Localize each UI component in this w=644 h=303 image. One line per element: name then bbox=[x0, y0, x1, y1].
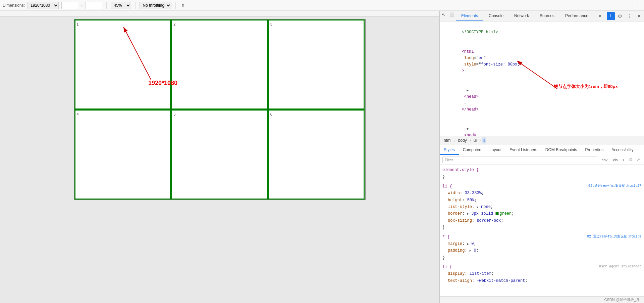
fullscreen-filter[interactable]: ⤢ bbox=[636, 157, 641, 163]
toolbar: Dimensions: 1920*1080 1366*768 Responsiv… bbox=[0, 0, 644, 11]
element-style-rule: element.style { } bbox=[440, 166, 644, 181]
breadcrumb-html[interactable]: html bbox=[442, 137, 453, 143]
source-html-tag[interactable]: <html lang="en" style="font-size: 80px;"… bbox=[440, 42, 644, 81]
settings-icon[interactable]: ⚙ bbox=[616, 12, 624, 20]
toolbar-right: ⋮ bbox=[635, 2, 641, 9]
star-padding-prop: padding: ▶ 0; bbox=[442, 247, 641, 254]
devtools-right-icons: 1 ⚙ ⋮ ✕ bbox=[607, 11, 644, 21]
width-input[interactable]: 1920 bbox=[61, 2, 78, 9]
sub-tab-computed[interactable]: Computed bbox=[459, 145, 485, 155]
li-rule-close: } bbox=[442, 224, 641, 231]
touch-icon[interactable]: ⇧ bbox=[180, 2, 186, 9]
zoom-select[interactable]: 45% 50% 75% 100% bbox=[111, 2, 131, 9]
li-rule-source[interactable]: 02.通过rem+fo…案设配.html:27 bbox=[588, 183, 641, 189]
ua-textalign-prop: text-align: -webkit-match-parent; bbox=[442, 277, 641, 284]
preview-cell-5: 5 bbox=[171, 110, 268, 200]
li-height-prop: height: 50%; bbox=[442, 197, 641, 204]
watermark: CSDN @邮子蛾收_斗 bbox=[440, 296, 644, 303]
more-devtools-icon[interactable]: ⋮ bbox=[626, 12, 634, 20]
plus-filter[interactable]: + bbox=[621, 157, 626, 163]
ruler-horizontal: // render ticks in JS below bbox=[0, 11, 439, 17]
main-container: // render ticks in JS below 1 2 3 4 bbox=[0, 11, 644, 303]
breadcrumb-sep1: › bbox=[454, 138, 455, 143]
star-rule-close: } bbox=[442, 254, 641, 261]
preview-cell-3: 3 bbox=[268, 19, 365, 110]
breadcrumb-li[interactable]: li bbox=[482, 137, 486, 143]
sub-tab-layout[interactable]: Layout bbox=[485, 145, 505, 155]
tab-performance[interactable]: Performance bbox=[560, 11, 594, 21]
css-rules: element.style { } 02.通过rem+fo…案设配.html:2… bbox=[440, 165, 644, 296]
html-source: <!DOCTYPE html> <html lang="en" style="f… bbox=[440, 21, 644, 136]
element-style-selector: element.style { bbox=[442, 167, 641, 173]
badge-icon[interactable]: 1 bbox=[607, 12, 615, 20]
preview-cell-4: 4 bbox=[74, 110, 171, 200]
hov-filter[interactable]: :hov bbox=[599, 157, 609, 163]
ua-label: user agent stylesheet bbox=[599, 264, 641, 269]
dimensions-select[interactable]: 1920*1080 1366*768 Responsive bbox=[28, 2, 59, 9]
close-devtools-icon[interactable]: ✕ bbox=[635, 12, 643, 20]
sub-tabs: Styles Computed Layout Event Listeners D… bbox=[440, 145, 644, 155]
preview-iframe: 1 2 3 4 5 6 bbox=[74, 19, 366, 200]
cell-number-2: 2 bbox=[173, 22, 175, 26]
li-width-prop: width: 33.333%; bbox=[442, 190, 641, 197]
separator-3 bbox=[175, 2, 176, 9]
filter-input[interactable] bbox=[442, 157, 597, 163]
li-border-prop: border: ▶ 3px solid green; bbox=[442, 210, 641, 217]
source-body[interactable]: ▼ <body style="font-size: 20px;" > bbox=[440, 120, 644, 136]
throttling-select[interactable]: No throttling Fast 3G Slow 3G Offline bbox=[140, 2, 171, 9]
cell-number-1: 1 bbox=[77, 22, 79, 26]
height-input[interactable]: 1080 bbox=[86, 2, 102, 9]
separator-1 bbox=[106, 2, 107, 9]
preview-cell-6: 6 bbox=[268, 110, 365, 200]
preview-cell-2: 2 bbox=[171, 19, 268, 110]
breadcrumb-body[interactable]: body bbox=[457, 137, 468, 143]
ua-display-prop: display: list-item; bbox=[442, 270, 641, 277]
tab-elements[interactable]: Elements bbox=[456, 11, 483, 21]
sub-tab-properties[interactable]: Properties bbox=[581, 145, 608, 155]
cell-number-3: 3 bbox=[270, 22, 272, 26]
devtools-panel: ↖ ⬜ Elements Console Network Sources Per… bbox=[439, 11, 644, 303]
filter-bar: :hov .cls + ⊡ ⤢ bbox=[440, 155, 644, 165]
expand-filter[interactable]: ⊡ bbox=[628, 157, 634, 163]
preview-cell-1: 1 bbox=[74, 19, 171, 110]
devtools-tabs: ↖ ⬜ Elements Console Network Sources Per… bbox=[440, 11, 644, 21]
star-margin-prop: margin: ▶ 0; bbox=[442, 241, 641, 247]
tab-network[interactable]: Network bbox=[509, 11, 534, 21]
star-rule-source[interactable]: 02.通过rem+fo…方案设配.html:9 bbox=[587, 234, 641, 240]
more-options-icon[interactable]: ⋮ bbox=[635, 2, 641, 9]
styles-panel: Styles Computed Layout Event Listeners D… bbox=[440, 145, 644, 296]
watermark-text: CSDN @邮子蛾收_斗 bbox=[604, 297, 640, 302]
cls-filter[interactable]: .cls bbox=[611, 157, 619, 163]
breadcrumb-sep2: › bbox=[470, 138, 471, 143]
device-icon[interactable]: ⬜ bbox=[448, 11, 456, 19]
ua-li-rule-header: user agent stylesheet li { bbox=[442, 264, 641, 270]
sub-tab-event-listeners[interactable]: Event Listeners bbox=[505, 145, 541, 155]
breadcrumb-sep3: › bbox=[479, 138, 481, 143]
ua-li-rule: user agent stylesheet li { display: list… bbox=[440, 263, 644, 285]
element-style-close: } bbox=[442, 173, 641, 180]
tab-console[interactable]: Console bbox=[483, 11, 509, 21]
dimensions-label: Dimensions: bbox=[3, 3, 25, 8]
source-doctype[interactable]: <!DOCTYPE html> bbox=[440, 23, 644, 42]
dimension-x: × bbox=[81, 3, 83, 7]
li-liststyle-prop: list-style: ▶ none; bbox=[442, 204, 641, 210]
sub-tab-dom-breakpoints[interactable]: DOM Breakpoints bbox=[541, 145, 581, 155]
cell-number-6: 6 bbox=[270, 112, 272, 116]
breadcrumb-ul[interactable]: ul bbox=[472, 137, 478, 143]
tab-sources[interactable]: Sources bbox=[534, 11, 560, 21]
li-boxsizing-prop: box-sizing: border-box; bbox=[442, 217, 641, 224]
separator-2 bbox=[135, 2, 136, 9]
preview-grid: 1 2 3 4 5 6 bbox=[74, 19, 365, 200]
star-rule: 02.通过rem+fo…方案设配.html:9 * { margin: ▶ 0;… bbox=[440, 233, 644, 262]
li-rule: 02.通过rem+fo…案设配.html:27 li { width: 33.3… bbox=[440, 182, 644, 232]
doctype-text: <!DOCTYPE html> bbox=[462, 30, 498, 35]
sub-tab-accessibility[interactable]: Accessibility bbox=[607, 145, 637, 155]
green-color-swatch[interactable] bbox=[495, 212, 499, 215]
cell-number-4: 4 bbox=[77, 112, 79, 116]
sub-tab-styles[interactable]: Styles bbox=[440, 145, 459, 155]
li-rule-header: 02.通过rem+fo…案设配.html:27 li { bbox=[442, 183, 641, 190]
breadcrumb: html › body › ul › li bbox=[440, 136, 644, 145]
tab-more[interactable]: » bbox=[594, 11, 607, 21]
cursor-icon[interactable]: ↖ bbox=[440, 11, 448, 19]
source-head[interactable]: ▶ <head> … </head> bbox=[440, 81, 644, 120]
